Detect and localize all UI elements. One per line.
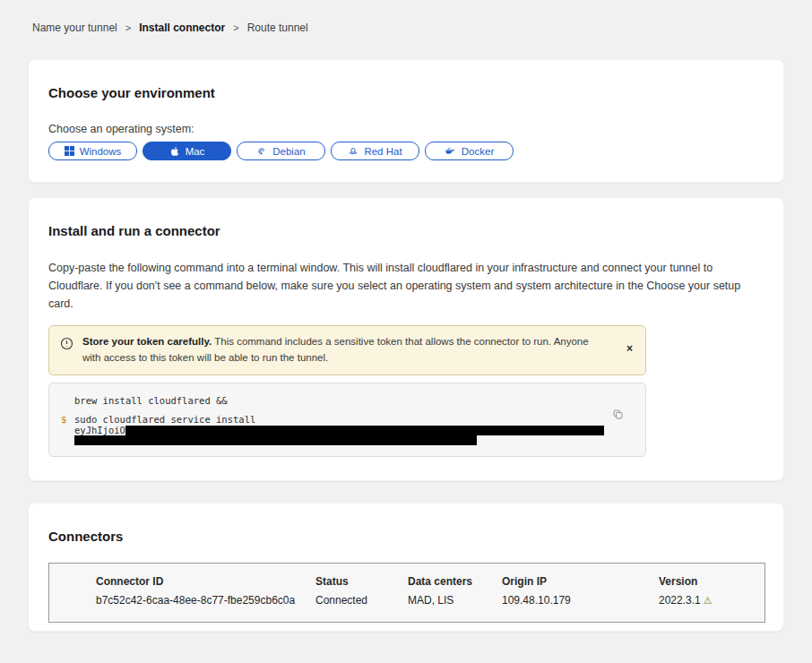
alert-circle-icon xyxy=(60,337,73,354)
os-button-label: Mac xyxy=(186,146,205,157)
token-text: eyJhIjoiO xyxy=(74,425,604,435)
os-button-label: Docker xyxy=(462,146,494,157)
copy-icon[interactable] xyxy=(610,407,626,425)
warning-triangle-icon: ⚠ xyxy=(704,595,713,606)
os-select-label: Choose an operating system: xyxy=(48,123,764,135)
column-data-centers: Data centers MAD, LIS xyxy=(408,575,502,622)
os-button-mac[interactable]: Mac xyxy=(143,142,231,160)
status-badge: Connected xyxy=(315,594,408,607)
close-icon[interactable]: × xyxy=(625,341,635,356)
command-line-2: $ sudo cloudflared service install xyxy=(61,414,609,425)
connectors-table: Connector ID b7c52c42-6caa-48ee-8c77-fbe… xyxy=(48,563,765,623)
connectors-card: Connectors Connector ID b7c52c42-6caa-48… xyxy=(28,503,784,632)
breadcrumb-step-route-tunnel[interactable]: Route tunnel xyxy=(247,22,308,34)
command-token-line-2 xyxy=(61,435,609,445)
redhat-icon xyxy=(348,146,358,157)
column-header: Data centers xyxy=(408,575,502,588)
install-description: Copy-paste the following command into a … xyxy=(48,259,764,313)
command-text: sudo cloudflared service install xyxy=(74,414,255,425)
docker-icon xyxy=(445,145,456,157)
install-command-block: brew install cloudflared && $ sudo cloud… xyxy=(48,383,646,457)
column-connector-id: Connector ID b7c52c42-6caa-48ee-8c77-fbe… xyxy=(96,575,315,622)
command-text: brew install cloudflared && xyxy=(74,395,228,406)
column-header: Origin IP xyxy=(502,575,659,588)
breadcrumb-step-install-connector[interactable]: Install connector xyxy=(139,22,225,34)
breadcrumb-step-name-your-tunnel[interactable]: Name your tunnel xyxy=(32,22,117,34)
breadcrumb: Name your tunnel > Install connector > R… xyxy=(0,0,812,34)
token-warning-banner: Store your token carefully. This command… xyxy=(48,325,646,375)
os-button-redhat[interactable]: Red Hat xyxy=(331,142,419,160)
redacted-token-bar xyxy=(125,426,604,435)
debian-icon xyxy=(256,146,267,157)
os-button-label: Red Hat xyxy=(364,146,402,157)
windows-icon xyxy=(65,146,74,156)
os-button-windows[interactable]: Windows xyxy=(48,142,137,160)
column-header: Version xyxy=(659,575,764,588)
connector-id-value: b7c52c42-6caa-48ee-8c77-fbe259cb6c0a xyxy=(96,594,315,607)
version-value: 2022.3.1⚠ xyxy=(659,594,764,607)
apple-icon xyxy=(169,146,180,157)
environment-card-title: Choose your environment xyxy=(48,85,764,100)
data-centers-value: MAD, LIS xyxy=(408,594,502,607)
command-token-line: eyJhIjoiO xyxy=(61,425,609,435)
connectors-card-title: Connectors xyxy=(48,529,764,544)
breadcrumb-separator: > xyxy=(233,22,238,33)
command-line-1: brew install cloudflared && xyxy=(61,395,609,406)
column-version: Version 2022.3.1⚠ xyxy=(659,575,764,622)
breadcrumb-separator: > xyxy=(125,22,131,33)
column-origin-ip: Origin IP 109.48.10.179 xyxy=(502,575,659,622)
column-status: Status Connected xyxy=(315,575,408,622)
os-button-debian[interactable]: Debian xyxy=(237,142,325,160)
os-button-label: Debian xyxy=(272,146,305,157)
origin-ip-value: 109.48.10.179 xyxy=(502,594,659,607)
warning-title: Store your token carefully. xyxy=(82,336,212,347)
install-card-title: Install and run a connector xyxy=(48,223,764,238)
column-header: Connector ID xyxy=(96,575,315,588)
install-connector-card: Install and run a connector Copy-paste t… xyxy=(28,197,784,481)
warning-message: Store your token carefully. This command… xyxy=(82,334,616,366)
os-button-label: Windows xyxy=(80,146,122,157)
os-button-group: Windows Mac Debian Red Hat Docker xyxy=(48,142,764,160)
os-button-docker[interactable]: Docker xyxy=(425,142,514,160)
shell-prompt: $ xyxy=(61,414,74,425)
column-header: Status xyxy=(315,575,408,588)
environment-card: Choose your environment Choose an operat… xyxy=(28,59,784,183)
redacted-token-bar xyxy=(74,435,477,445)
